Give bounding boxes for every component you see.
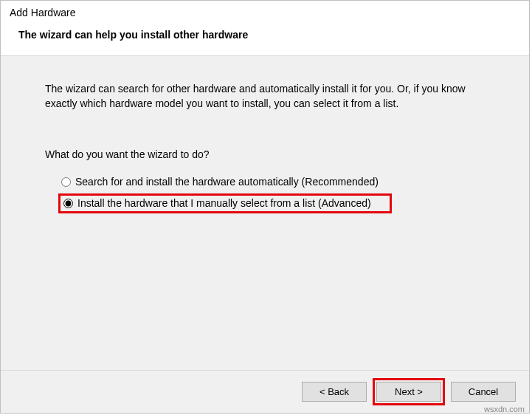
- watermark: wsxdn.com: [484, 405, 525, 414]
- next-button[interactable]: Next >: [376, 382, 441, 402]
- dialog-footer: < Back Next > Cancel: [1, 370, 529, 413]
- intro-text: The wizard can search for other hardware…: [45, 81, 473, 112]
- cancel-button-wrap: Cancel: [451, 382, 516, 402]
- cancel-button[interactable]: Cancel: [451, 382, 516, 402]
- radio-label-manual: Install the hardware that I manually sel…: [77, 198, 371, 208]
- add-hardware-dialog: Add Hardware The wizard can help you ins…: [0, 0, 530, 414]
- back-button-wrap: < Back: [302, 382, 367, 402]
- wizard-action-radio-group: Search for and install the hardware auto…: [45, 172, 500, 213]
- dialog-subtitle: The wizard can help you install other ha…: [10, 29, 520, 55]
- radio-option-manual[interactable]: Install the hardware that I manually sel…: [58, 193, 392, 213]
- question-text: What do you want the wizard to do?: [45, 148, 500, 160]
- radio-label-auto: Search for and install the hardware auto…: [75, 176, 379, 187]
- radio-option-auto[interactable]: Search for and install the hardware auto…: [58, 172, 500, 192]
- back-button[interactable]: < Back: [302, 382, 367, 402]
- next-button-wrap: Next >: [373, 378, 445, 405]
- radio-input-auto[interactable]: [61, 177, 71, 187]
- dialog-title: Add Hardware: [10, 5, 520, 29]
- radio-input-manual[interactable]: [63, 199, 73, 208]
- dialog-header: Add Hardware The wizard can help you ins…: [1, 1, 529, 55]
- dialog-body: The wizard can search for other hardware…: [1, 55, 529, 370]
